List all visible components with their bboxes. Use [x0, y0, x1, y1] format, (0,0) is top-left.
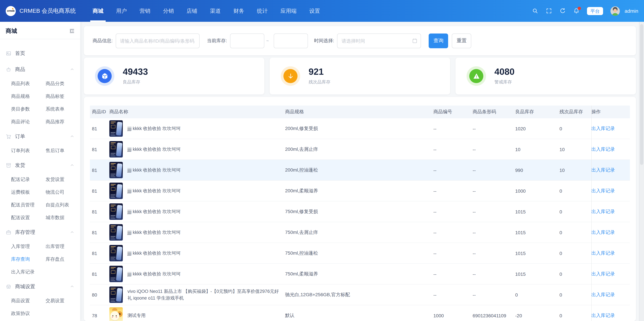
range-separator: ~: [266, 38, 269, 43]
sidebar-subitem[interactable]: 运费模板: [11, 189, 46, 195]
nav-item[interactable]: 店铺: [180, 0, 204, 22]
product-image[interactable]: [109, 266, 123, 282]
stock-max-input[interactable]: [274, 33, 308, 48]
sidebar-subitem[interactable]: 商品评论: [11, 119, 46, 125]
stock-record-link[interactable]: 出入库记录: [591, 292, 630, 298]
sidebar-subitem[interactable]: 商品推荐: [46, 119, 80, 125]
stat-card: 49433 良品库存: [84, 58, 264, 94]
sidebar-subitem[interactable]: 政策协议: [11, 311, 48, 317]
avatar[interactable]: [610, 6, 620, 15]
cell-product-code: --: [433, 271, 472, 277]
cell-barcode: --: [472, 292, 515, 297]
sidebar-subitem[interactable]: 售后订单: [46, 148, 80, 154]
sidebar-subitem[interactable]: 库存盘点: [46, 256, 80, 262]
sidebar-subitem[interactable]: 订单列表: [11, 148, 46, 154]
sidebar-section-label: 发货: [15, 162, 25, 168]
nav-item[interactable]: 设置: [303, 0, 326, 22]
product-info-input[interactable]: [116, 33, 200, 48]
product-image[interactable]: [109, 203, 123, 220]
nav-item[interactable]: 分销: [157, 0, 180, 22]
stock-record-link[interactable]: 出入库记录: [591, 271, 630, 277]
username[interactable]: admin: [624, 8, 638, 14]
nav-item[interactable]: 用户: [110, 0, 133, 22]
cell-product-id: 81: [90, 167, 109, 173]
sidebar-subitem[interactable]: 出入库记录: [11, 269, 48, 275]
nav-item[interactable]: 商城: [86, 0, 110, 22]
stock-record-link[interactable]: 出入库记录: [591, 209, 630, 215]
cell-product-name: vivo iQOO Neo11 新品上市 【购买福袋】-【0元预约】至高享价值2…: [109, 287, 285, 303]
product-image[interactable]: [109, 287, 123, 303]
stat-label: 良品库存: [123, 79, 148, 85]
stock-record-link[interactable]: 出入库记录: [591, 229, 630, 235]
sidebar-subitem[interactable]: 商品列表: [11, 81, 46, 87]
product-image[interactable]: [109, 183, 123, 199]
sidebar-subitem[interactable]: 商品设置: [11, 298, 46, 304]
nav-item[interactable]: 渠道: [204, 0, 227, 22]
sidebar-subitem[interactable]: 商品分类: [46, 81, 80, 87]
sidebar-subitem[interactable]: 商品规格: [11, 93, 46, 99]
sidebar-subitem[interactable]: 城市数据: [46, 215, 80, 221]
sidebar-subitem[interactable]: 交易设置: [46, 298, 80, 304]
product-image[interactable]: [109, 245, 123, 261]
cell-product-id: 78: [90, 313, 109, 318]
sidebar-section[interactable]: 商城设置: [0, 279, 80, 295]
reset-button[interactable]: 重置: [452, 33, 472, 48]
sidebar-subitem[interactable]: 自提点列表: [46, 202, 80, 208]
sidebar-section[interactable]: 首页: [0, 45, 80, 61]
sidebar-subitem[interactable]: 入库管理: [11, 244, 46, 250]
time-input[interactable]: [337, 33, 421, 48]
stock-record-link[interactable]: 出入库记录: [591, 313, 630, 319]
nav-item-label: 营销: [140, 8, 150, 14]
stock-record-link[interactable]: 出入库记录: [591, 125, 630, 131]
cell-spec: 200ml,去屑止痒: [285, 146, 433, 152]
sidebar-section[interactable]: 库存管理: [0, 224, 80, 240]
stock-min-input[interactable]: [230, 33, 264, 48]
sidebar-section[interactable]: 商品: [0, 61, 80, 77]
chevron-up-icon[interactable]: [70, 230, 74, 234]
sidebar-subitem[interactable]: 发货设置: [46, 177, 80, 183]
nav-item[interactable]: 统计: [250, 0, 274, 22]
stock-record-link[interactable]: 出入库记录: [591, 146, 630, 152]
stock-record-link[interactable]: 出入库记录: [591, 250, 630, 256]
nav-item[interactable]: 营销: [133, 0, 157, 22]
chevron-up-icon[interactable]: [70, 134, 74, 138]
sidebar-subitem[interactable]: 库存查询: [11, 256, 46, 262]
sidebar-subitem[interactable]: 商品标签: [46, 93, 80, 99]
sidebar-section[interactable]: 订单: [0, 128, 80, 144]
refresh-icon[interactable]: [560, 8, 566, 14]
platform-badge[interactable]: 平台: [587, 7, 603, 15]
crmeb-logo[interactable]: crmeb: [6, 6, 16, 16]
search-button[interactable]: 查询: [429, 33, 448, 48]
product-image[interactable]: [109, 141, 123, 157]
page-scrollbar[interactable]: [639, 22, 644, 321]
product-image[interactable]: [109, 307, 123, 321]
nav-item[interactable]: 财务: [227, 0, 250, 22]
cell-defect-stock: 10: [560, 147, 591, 152]
chevron-up-icon[interactable]: [70, 67, 74, 71]
sidebar-collapse-icon[interactable]: [69, 28, 75, 34]
cart-icon: [6, 134, 12, 139]
sidebar-subitem[interactable]: 物流公司: [46, 189, 80, 195]
product-image[interactable]: [109, 224, 123, 241]
bell-icon[interactable]: [573, 8, 580, 14]
sidebar-subitem[interactable]: 出库管理: [46, 244, 80, 250]
stock-record-link[interactable]: 出入库记录: [591, 188, 630, 194]
stock-record-link[interactable]: 出入库记录: [591, 167, 630, 173]
product-image[interactable]: [109, 120, 123, 137]
nav-item[interactable]: 应用端: [274, 0, 303, 22]
sidebar-subitem[interactable]: 配送记录: [11, 177, 46, 183]
sidebar-title: 商城: [6, 27, 17, 35]
sidebar-subitem[interactable]: 配送员管理: [11, 202, 46, 208]
scrollbar-thumb[interactable]: [640, 24, 643, 165]
chevron-up-icon[interactable]: [70, 163, 74, 167]
fullscreen-icon[interactable]: [546, 8, 552, 14]
cell-product-code: --: [433, 188, 472, 194]
sidebar-subitem[interactable]: 类目参数: [11, 106, 46, 112]
cell-spec: 默认: [285, 313, 433, 319]
product-image[interactable]: [109, 162, 123, 178]
chevron-up-icon[interactable]: [70, 285, 74, 289]
sidebar-section[interactable]: 发货: [0, 157, 80, 173]
sidebar-subitem[interactable]: 配送设置: [11, 215, 46, 221]
search-icon[interactable]: [532, 8, 538, 14]
sidebar-subitem[interactable]: 系统表单: [46, 106, 80, 112]
